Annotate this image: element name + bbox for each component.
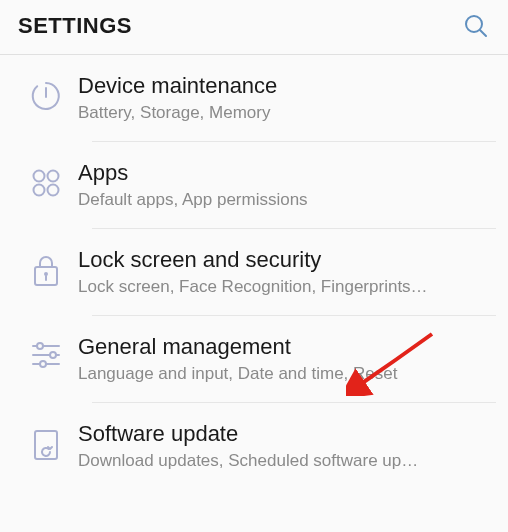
settings-item-software-update[interactable]: Software update Download updates, Schedu…: [0, 403, 508, 489]
device-maintenance-icon: [14, 73, 78, 113]
page-title: SETTINGS: [18, 13, 132, 39]
lock-icon: [14, 247, 78, 289]
svg-line-1: [480, 30, 486, 36]
settings-item-lock-security[interactable]: Lock screen and security Lock screen, Fa…: [0, 229, 508, 315]
svg-point-15: [40, 361, 46, 367]
settings-list: Device maintenance Battery, Storage, Mem…: [0, 55, 508, 489]
svg-point-5: [34, 185, 45, 196]
header: SETTINGS: [0, 0, 508, 55]
item-body: Device maintenance Battery, Storage, Mem…: [78, 73, 494, 123]
item-subtitle: Download updates, Scheduled software up…: [78, 451, 494, 471]
settings-item-device-maintenance[interactable]: Device maintenance Battery, Storage, Mem…: [0, 55, 508, 141]
item-subtitle: Language and input, Date and time, Reset: [78, 364, 494, 384]
item-subtitle: Battery, Storage, Memory: [78, 103, 494, 123]
item-title: General management: [78, 334, 494, 360]
svg-point-13: [50, 352, 56, 358]
item-body: Software update Download updates, Schedu…: [78, 421, 494, 471]
item-body: General management Language and input, D…: [78, 334, 494, 384]
item-subtitle: Default apps, App permissions: [78, 190, 494, 210]
svg-point-6: [48, 185, 59, 196]
settings-item-general-management[interactable]: General management Language and input, D…: [0, 316, 508, 402]
item-subtitle: Lock screen, Face Recognition, Fingerpri…: [78, 277, 494, 297]
item-title: Apps: [78, 160, 494, 186]
software-update-icon: [14, 421, 78, 463]
item-body: Lock screen and security Lock screen, Fa…: [78, 247, 494, 297]
item-title: Lock screen and security: [78, 247, 494, 273]
settings-item-apps[interactable]: Apps Default apps, App permissions: [0, 142, 508, 228]
item-body: Apps Default apps, App permissions: [78, 160, 494, 210]
item-title: Software update: [78, 421, 494, 447]
sliders-icon: [14, 334, 78, 370]
apps-icon: [14, 160, 78, 200]
svg-point-11: [37, 343, 43, 349]
svg-point-4: [48, 171, 59, 182]
search-icon[interactable]: [462, 12, 490, 40]
item-title: Device maintenance: [78, 73, 494, 99]
svg-point-3: [34, 171, 45, 182]
svg-rect-16: [35, 431, 57, 459]
